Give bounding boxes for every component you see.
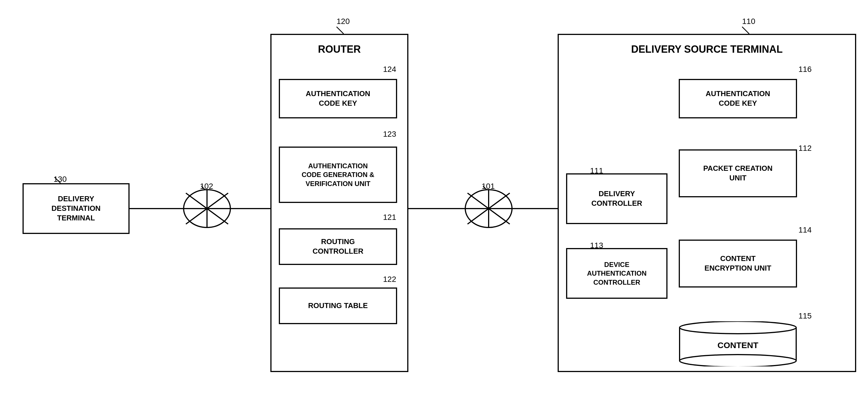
- router-label: ROUTER: [272, 43, 407, 55]
- ref-124: 124: [383, 65, 396, 74]
- network-node-101: [465, 189, 513, 228]
- ref-112: 112: [799, 144, 812, 153]
- ref-115: 115: [799, 311, 812, 321]
- content-cylinder: CONTENT: [679, 321, 797, 366]
- ref-110: 110: [742, 17, 755, 26]
- ref-116: 116: [799, 65, 812, 74]
- ref-122: 122: [383, 275, 396, 284]
- svg-line-13: [337, 27, 344, 34]
- svg-text:CONTENT: CONTENT: [718, 340, 758, 350]
- diagram-container: 120 ROUTER 124 AUTHENTICATIONCODE KEY 12…: [0, 0, 868, 418]
- network-node-102: [183, 189, 231, 228]
- router-auth-code-key: AUTHENTICATIONCODE KEY: [279, 79, 397, 118]
- router-auth-code-gen: AUTHENTICATIONCODE GENERATION &VERIFICAT…: [279, 147, 397, 203]
- dst-auth-code-key: AUTHENTICATIONCODE KEY: [679, 79, 797, 118]
- content-encryption-unit: CONTENTENCRYPTION UNIT: [679, 240, 797, 288]
- packet-creation-unit: PACKET CREATIONUNIT: [679, 149, 797, 197]
- ref-123: 123: [383, 130, 396, 139]
- routing-table: ROUTING TABLE: [279, 288, 397, 324]
- svg-point-28: [680, 355, 796, 366]
- ref-120: 120: [337, 17, 350, 26]
- delivery-controller: DELIVERYCONTROLLER: [566, 173, 668, 224]
- svg-line-14: [742, 27, 749, 34]
- delivery-source-label: DELIVERY SOURCE TERMINAL: [559, 43, 855, 55]
- ref-114: 114: [799, 226, 812, 235]
- device-auth-controller: DEVICEAUTHENTICATIONCONTROLLER: [566, 248, 668, 299]
- svg-point-31: [680, 321, 796, 334]
- routing-controller: ROUTINGCONTROLLER: [279, 228, 397, 265]
- delivery-dest-terminal: DELIVERYDESTINATIONTERMINAL: [23, 183, 129, 234]
- ref-130: 130: [54, 175, 67, 184]
- ref-121: 121: [383, 213, 396, 222]
